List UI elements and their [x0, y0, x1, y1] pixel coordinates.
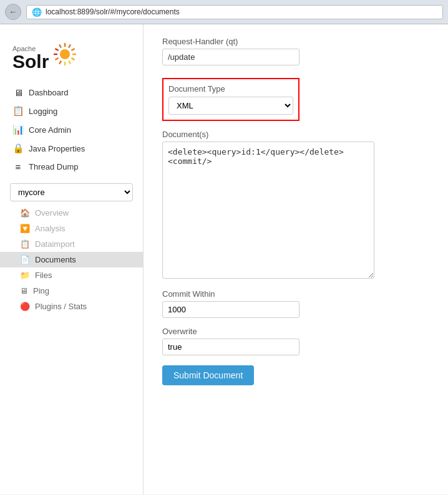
core-dropdown-container: mycore: [10, 183, 133, 201]
core-nav-label: Files: [35, 271, 52, 280]
sidebar-item-core-admin[interactable]: 📊 Core Admin: [0, 120, 143, 139]
app-container: Apache Solr: [0, 24, 448, 494]
analysis-icon: 🔽: [20, 224, 30, 233]
sidebar: Apache Solr: [0, 24, 144, 494]
java-properties-icon: 🔒: [12, 143, 24, 154]
globe-icon: 🌐: [32, 7, 42, 17]
sidebar-item-label: Dashboard: [29, 88, 69, 97]
sidebar-item-thread-dump[interactable]: ≡ Thread Dump: [0, 158, 143, 176]
svg-line-10: [56, 49, 59, 50]
svg-line-8: [56, 58, 59, 60]
browser-chrome: ← 🌐 localhost:8899/solr/#/mycore/documen…: [0, 0, 448, 24]
documents-icon: 📄: [20, 255, 30, 264]
svg-line-5: [69, 60, 71, 64]
core-nav-item-analysis[interactable]: 🔽 Analysis: [0, 221, 143, 236]
dashboard-icon: 🖥: [12, 87, 24, 98]
overwrite-label: Overwrite: [162, 327, 429, 336]
overview-icon: 🏠: [20, 208, 30, 218]
commit-within-label: Commit Within: [162, 289, 429, 299]
doc-type-select[interactable]: XML JSON CSV: [168, 97, 293, 115]
svg-line-1: [69, 44, 71, 47]
request-handler-label: Request-Handler (qt): [162, 37, 429, 46]
svg-point-12: [60, 49, 70, 59]
plugins-stats-icon: 🔴: [20, 302, 30, 311]
core-nav-label: Analysis: [35, 224, 65, 233]
core-nav-item-overview[interactable]: 🏠 Overview: [0, 205, 143, 221]
documents-textarea[interactable]: <delete><query>id:1</query></delete> <co…: [162, 142, 374, 279]
svg-line-4: [72, 58, 75, 60]
address-bar[interactable]: 🌐 localhost:8899/solr/#/mycore/documents: [26, 5, 443, 19]
core-select[interactable]: mycore: [10, 183, 133, 201]
core-admin-icon: 📊: [12, 124, 24, 135]
logo-area: Apache Solr: [0, 31, 143, 84]
solr-logo-sun: [52, 37, 87, 71]
commit-within-input[interactable]: [162, 301, 299, 318]
core-nav-label: Plugins / Stats: [35, 302, 87, 311]
doc-type-section: Document Type XML JSON CSV: [162, 78, 299, 121]
sidebar-item-logging[interactable]: 📋 Logging: [0, 102, 143, 120]
core-nav-label: Ping: [33, 286, 49, 296]
sidebar-item-label: Logging: [29, 107, 57, 116]
core-nav-label: Overview: [35, 208, 69, 218]
main-content: Request-Handler (qt) Document Type XML J…: [144, 24, 448, 494]
request-handler-input[interactable]: [162, 49, 299, 65]
core-nav-item-documents[interactable]: 📄 Documents: [0, 252, 143, 267]
sidebar-item-label: Thread Dump: [29, 162, 78, 171]
files-icon: 📁: [20, 271, 30, 280]
submit-wrapper: Submit Document: [162, 362, 429, 385]
sidebar-item-label: Java Properties: [29, 144, 85, 153]
ping-icon: 🖥: [20, 286, 28, 296]
documents-label: Document(s): [162, 130, 429, 139]
sidebar-item-java-properties[interactable]: 🔒 Java Properties: [0, 139, 143, 158]
core-nav-label: Dataimport: [35, 239, 75, 249]
doc-type-section-wrapper: Document Type XML JSON CSV: [162, 73, 429, 121]
core-nav-label: Documents: [35, 255, 76, 264]
url-text: localhost:8899/solr/#/mycore/documents: [46, 7, 180, 16]
logging-icon: 📋: [12, 105, 24, 117]
dataimport-icon: 📋: [20, 239, 30, 249]
submit-document-button[interactable]: Submit Document: [162, 365, 254, 385]
solr-label: Solr: [12, 52, 49, 71]
core-nav-item-plugins-stats[interactable]: 🔴 Plugins / Stats: [0, 299, 143, 314]
overwrite-input[interactable]: [162, 339, 299, 355]
core-nav-item-ping[interactable]: 🖥 Ping: [0, 283, 143, 299]
logo-text-area: Apache Solr: [12, 45, 49, 71]
core-nav-item-dataimport[interactable]: 📋 Dataimport: [0, 236, 143, 252]
core-nav-item-files[interactable]: 📁 Files: [0, 267, 143, 283]
doc-type-label: Document Type: [168, 84, 293, 94]
sidebar-item-label: Core Admin: [29, 125, 71, 135]
sidebar-item-dashboard[interactable]: 🖥 Dashboard: [0, 84, 143, 102]
svg-line-2: [72, 49, 75, 50]
svg-line-7: [59, 60, 61, 64]
back-button[interactable]: ←: [5, 4, 21, 20]
thread-dump-icon: ≡: [12, 161, 24, 172]
back-icon: ←: [9, 7, 17, 17]
svg-line-11: [59, 44, 61, 47]
